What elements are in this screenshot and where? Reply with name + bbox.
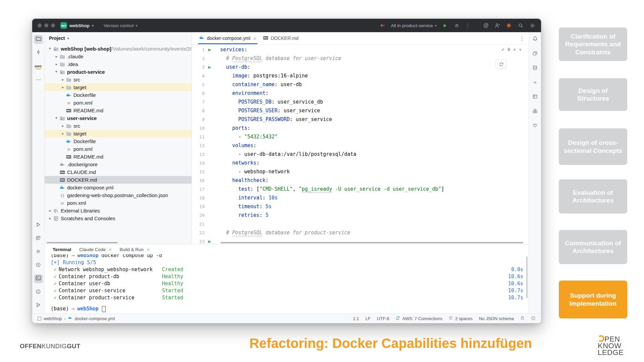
inspections-widget[interactable]: ✓ 6 ∧ ∨ (500, 46, 523, 53)
tree-item[interactable]: ▸user-service (45, 114, 192, 122)
run-configuration-selector[interactable]: All in product-service ▾ (391, 23, 436, 28)
breadcrumb-project[interactable]: webShop (44, 316, 62, 321)
commit-tool-button[interactable] (34, 48, 43, 57)
run-gutter-icon[interactable]: ▶ (205, 48, 215, 52)
tree-item[interactable]: README.md (45, 107, 192, 114)
tab-docker-compose[interactable]: docker-compose.yml × (196, 32, 260, 44)
tree-item[interactable]: CLAUDE.md (45, 168, 192, 176)
code-line[interactable]: 5 container_name: user-db (192, 80, 529, 89)
tree-item[interactable]: mpom.xml (45, 199, 192, 207)
tab-terminal[interactable]: Terminal (49, 246, 74, 253)
close-icon[interactable]: × (147, 247, 150, 252)
services-tool-button[interactable] (34, 234, 43, 243)
chevron-icon[interactable]: ▸ (54, 54, 59, 59)
notifications-button[interactable] (531, 35, 540, 44)
code-editor[interactable]: 1▶services:2 # PostgreSQL database for u… (192, 45, 529, 244)
tree-item[interactable]: ▸src (45, 122, 192, 130)
chevron-icon[interactable]: ▸ (60, 85, 66, 89)
project-panel-header[interactable]: Project ▾ (45, 32, 192, 44)
code-line[interactable]: 10 ports: (192, 124, 529, 132)
tree-item[interactable]: ▸product-service (45, 68, 192, 76)
info-icon[interactable] (531, 316, 536, 321)
chevron-icon[interactable]: ▸ (47, 208, 53, 213)
tab-claude-code[interactable]: Claude Code × (76, 246, 115, 253)
tree-item[interactable]: ▸External Libraries (45, 207, 192, 215)
code-line[interactable]: 14 networks: (192, 159, 529, 167)
code-line[interactable]: 11 - "5432:5432" (192, 132, 529, 141)
tree-item[interactable]: .dockerignore (45, 161, 192, 168)
git-tool-button[interactable] (34, 301, 43, 310)
code-line[interactable]: 1▶services: (192, 45, 529, 54)
chevron-icon[interactable]: ▸ (60, 77, 66, 82)
more-tool-windows-button[interactable]: ⋯ (34, 75, 43, 84)
tab-docker-md[interactable]: DOCKER.md (260, 32, 302, 44)
chevron-icon[interactable]: ▸ (54, 69, 59, 75)
terminal-output[interactable]: (base) → webShop docker compose up -d [+… (45, 254, 529, 313)
aws-plugin-button[interactable]: aws (34, 62, 43, 71)
breadcrumb-file[interactable]: docker-compose.yml (75, 316, 115, 321)
run-tool-button[interactable] (34, 221, 43, 230)
problems-tool-button[interactable] (34, 288, 43, 297)
more-actions-button[interactable]: ⋮ (465, 22, 471, 29)
code-line[interactable]: 21 (192, 220, 529, 228)
project-panel-hscrollbar[interactable] (47, 242, 118, 243)
code-line[interactable]: 2 # PostgreSQL database for user-service (192, 54, 529, 63)
tree-item[interactable]: ▸src (45, 76, 192, 83)
tab-build-run[interactable]: Build & Run × (116, 246, 153, 253)
code-line[interactable]: 12 volumes: (192, 141, 529, 150)
code-line[interactable]: 3▶ user-db: (192, 63, 529, 71)
run-button[interactable] (442, 22, 448, 29)
code-line[interactable]: 4 image: postgres:16-alpine (192, 71, 529, 80)
ai-assistant-icon[interactable] (505, 22, 512, 29)
terminal-scrollbar[interactable] (526, 256, 528, 298)
layers-tool-button[interactable] (531, 49, 540, 58)
tree-item[interactable]: ▸.claude (45, 53, 192, 60)
close-icon[interactable]: × (109, 247, 112, 252)
mute-speaker-icon[interactable] (379, 22, 386, 29)
lock-icon[interactable] (520, 316, 525, 321)
close-icon[interactable]: × (253, 36, 256, 41)
project-tool-button[interactable] (34, 35, 43, 44)
prev-problem-icon[interactable]: ∧ (513, 47, 516, 52)
settings-gear-icon[interactable] (529, 22, 536, 29)
indent-setting[interactable]: 2 spaces (449, 316, 473, 321)
reload-services-button[interactable] (496, 59, 506, 69)
code-line[interactable]: 20 retries: 5 (192, 211, 529, 220)
chevron-icon[interactable]: ▸ (48, 46, 52, 52)
run-gutter-icon[interactable]: ▶ (205, 65, 215, 69)
chevron-icon[interactable]: ▸ (54, 62, 59, 66)
code-line[interactable]: 15 - webshop-network (192, 167, 529, 176)
search-icon[interactable] (517, 22, 524, 29)
chevron-icon[interactable]: ▸ (54, 115, 59, 121)
minimize-window-button[interactable] (44, 23, 48, 27)
terminal-tool-button[interactable] (34, 274, 43, 283)
code-line[interactable]: 17 test: ["CMD-SHELL", "pg_isready -U us… (192, 185, 529, 193)
code-with-me-icon[interactable] (494, 22, 500, 29)
chevron-icon[interactable]: ▸ (60, 124, 66, 128)
tree-item[interactable]: ▸target (45, 130, 192, 137)
debug-tool-button[interactable] (34, 247, 43, 256)
maximize-window-button[interactable] (51, 23, 55, 27)
code-line[interactable]: 6 environment: (192, 89, 529, 98)
database-tool-button[interactable] (531, 64, 540, 73)
maven-tool-button[interactable]: m (531, 78, 540, 87)
json-schema-widget[interactable]: No JSON schema (479, 316, 514, 321)
tree-item[interactable]: Dockerfile (45, 137, 192, 145)
code-line[interactable]: 8 POSTGRES_USER: user_service (192, 106, 529, 115)
tree-item[interactable]: {}gardening-web-shop.postman_collection.… (45, 191, 192, 199)
editor-hscrollbar[interactable] (221, 242, 523, 243)
tree-item[interactable]: docker-compose.yml (45, 184, 192, 191)
chevron-icon[interactable]: ▸ (60, 131, 66, 136)
build-tool-button[interactable] (531, 107, 540, 116)
code-line[interactable]: 18 interval: 10s (192, 193, 529, 202)
chevron-icon[interactable]: ▸ (47, 216, 53, 221)
tree-item[interactable]: mpom.xml (45, 145, 192, 153)
code-line[interactable]: 22 # PostgreSQL database for product-ser… (192, 228, 529, 237)
code-line[interactable]: 7 POSTGRES_DB: user_service_db (192, 98, 529, 106)
profiler-tool-button[interactable] (34, 261, 43, 270)
line-separator[interactable]: LF (365, 316, 370, 321)
code-line[interactable]: 13 - user-db-data:/var/lib/postgresql/da… (192, 150, 529, 159)
caret-position[interactable]: 1:1 (353, 316, 359, 321)
next-problem-icon[interactable]: ∨ (519, 47, 522, 52)
tree-item[interactable]: Dockerfile (45, 91, 192, 99)
